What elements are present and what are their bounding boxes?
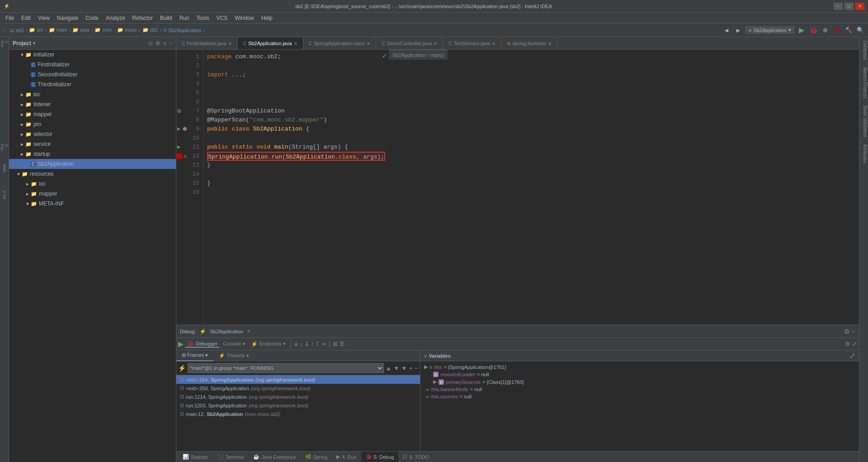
menu-build[interactable]: Build	[156, 13, 176, 23]
tab-springapplication[interactable]: C SpringApplication.class ✕	[303, 37, 377, 49]
debug-tab-console[interactable]: Console ▾	[221, 341, 247, 347]
tree-item-sb2application[interactable]: C Sb2Application	[9, 159, 176, 169]
tab-testservice[interactable]: C TestService.java ✕	[443, 37, 501, 49]
breadcrumb-application[interactable]: © Sb2Application	[163, 28, 202, 33]
thread-up-btn[interactable]: ▲	[386, 365, 392, 372]
thread-down-btn[interactable]: ▼	[393, 365, 399, 372]
project-settings-icon[interactable]: ≡	[163, 40, 166, 47]
menu-edit[interactable]: Edit	[18, 13, 34, 23]
left-icon-structure[interactable]: Z-Str	[0, 182, 9, 209]
debug-resume-btn[interactable]: ▶	[178, 340, 184, 348]
tab-sb2application[interactable]: C Sb2Application.java ✕	[238, 37, 303, 49]
var-item-resourceloader[interactable]: p resourceLoader = null	[420, 371, 859, 378]
tab-close-testservice[interactable]: ✕	[492, 41, 495, 46]
thread-remove-btn[interactable]: −	[415, 364, 418, 372]
breadcrumb-sb2-pkg[interactable]: 📁 sb2	[142, 27, 158, 33]
menu-vcs[interactable]: VCS	[213, 13, 231, 23]
run-config-selector[interactable]: ● Sb2Application ▾	[745, 26, 795, 34]
coverage-button[interactable]: ⊕	[820, 25, 830, 35]
thread-dropdown[interactable]: *main*@1 in group *main*: RUNNING	[188, 363, 384, 373]
tab-close-springapplication[interactable]: ✕	[367, 41, 370, 46]
var-expand-icon[interactable]: ▶	[424, 364, 428, 370]
menu-code[interactable]: Code	[82, 13, 102, 23]
right-icon-maven[interactable]: Maven Projects	[859, 64, 868, 102]
run-gutter-icon2[interactable]: ▶	[177, 143, 180, 152]
breadcrumb-sb2[interactable]: 🗂 sb2	[9, 28, 24, 33]
debug-button[interactable]: 🐞	[808, 25, 818, 35]
code-text-area[interactable]: package com.mooc.sb2; import ...; @Sprin…	[203, 50, 389, 325]
debug-settings2-btn[interactable]: ⚙	[845, 341, 850, 347]
build-button[interactable]: 🔨	[844, 25, 854, 35]
bottom-tab-spring[interactable]: 🌿 Spring	[301, 452, 332, 462]
debug-tab-debugger[interactable]: 🐞 Debugger	[185, 341, 219, 348]
frames-tab[interactable]: ⊞ Frames ▾	[176, 350, 213, 361]
project-sync-icon[interactable]: ⊙	[148, 40, 153, 47]
thread-add-btn[interactable]: +	[409, 364, 413, 372]
menu-tools[interactable]: Tools	[193, 13, 213, 23]
breakpoint-icon[interactable]	[176, 153, 183, 159]
tab-firstinitializer[interactable]: C FirstInitializer.java ✕	[176, 37, 238, 49]
menu-file[interactable]: File	[2, 13, 18, 23]
menu-view[interactable]: View	[34, 13, 53, 23]
menu-refactor[interactable]: Refactor	[129, 13, 156, 23]
tree-item-pro[interactable]: ► 📁 pro	[9, 119, 176, 129]
breadcrumb-mooc[interactable]: 📁 mooc	[117, 27, 137, 33]
menu-window[interactable]: Window	[231, 13, 258, 23]
menu-navigate[interactable]: Navigate	[53, 13, 82, 23]
bottom-tab-todo[interactable]: ☑ 6: TODO	[398, 452, 434, 462]
tab-close-democontroller[interactable]: ✕	[434, 41, 437, 46]
bottom-tab-terminal[interactable]: ⬛ Terminal	[213, 452, 249, 462]
code-editor[interactable]: 1 2 3 4 5 6 ⚙ 7 8 ▶ ⬟ 9 10	[176, 50, 859, 325]
tree-item-firstinitializer[interactable]: C FirstInitializer	[9, 60, 176, 70]
tree-item-selector[interactable]: ► 📁 selector	[9, 129, 176, 139]
stop-button[interactable]: ■	[832, 25, 842, 35]
menu-analyze[interactable]: Analyze	[102, 13, 129, 23]
breadcrumb-src[interactable]: 📁 src	[29, 27, 43, 33]
var-item-bannermode[interactable]: ∞ this.bannerMode = null	[420, 386, 859, 393]
var-item-this[interactable]: ▶ ≡ this = {SpringApplication@1761}	[420, 363, 859, 371]
project-collapse-icon[interactable]: −	[169, 40, 172, 47]
stack-frame-0[interactable]: ⊡ <init>:264, SpringApplication (org.spr…	[176, 375, 420, 384]
frames-btn[interactable]: ⊞	[333, 341, 338, 347]
tree-item-resources[interactable]: ▼ 📁 resources	[9, 169, 176, 179]
tree-item-startup[interactable]: ► 📁 startup	[9, 149, 176, 159]
right-icon-database[interactable]: Database	[859, 37, 868, 64]
stack-frame-1[interactable]: ⊡ <init>:250, SpringApplication (org.spr…	[176, 384, 420, 392]
maximize-button[interactable]: □	[844, 3, 854, 10]
step-into-btn[interactable]: ↓	[300, 341, 303, 347]
bottom-tab-java-enterprise[interactable]: ☕ Java Enterprise	[249, 452, 300, 462]
left-icon-web[interactable]: Web	[0, 154, 9, 182]
bottom-tab-run[interactable]: ▶ 4: Run	[332, 452, 361, 462]
debug-maximize-btn[interactable]: ⤢	[852, 341, 857, 347]
var-primarysources-expand[interactable]: ▶	[433, 379, 437, 385]
debug-gutter-icon[interactable]: ⬟	[183, 125, 187, 134]
close-button[interactable]: ✕	[855, 3, 864, 10]
debug-tab-endpoints[interactable]: ⚡ Endpoints ▾	[249, 341, 288, 347]
tab-springfactories[interactable]: ⚙ spring.factories ✕	[501, 37, 558, 49]
threads-tab[interactable]: ⚡ Threads ▾	[213, 350, 254, 361]
tree-item-listener[interactable]: ► 📁 listener	[9, 99, 176, 109]
debug-minimize-btn[interactable]: −	[852, 328, 855, 335]
step-over-btn[interactable]: ≡	[294, 341, 298, 348]
var-item-primarysources[interactable]: ▶ p primarySources = {Class[1]@1760}	[420, 378, 859, 386]
debug-settings-btn[interactable]: ⚙	[844, 328, 850, 335]
var-item-sources[interactable]: ∞ this.sources = null	[420, 393, 859, 400]
left-icon-fav[interactable]: 2:Fav	[0, 141, 9, 154]
tree-item-service[interactable]: ► 📁 service	[9, 139, 176, 149]
tree-item-ioc2[interactable]: ► 📁 ioc	[9, 179, 176, 189]
breadcrumb-com[interactable]: 📁 com	[94, 27, 112, 33]
project-gear-icon[interactable]: ⚙	[156, 40, 160, 47]
nav-fwd-button[interactable]: ►	[733, 25, 743, 35]
variables-expand-btn[interactable]: ⤢	[849, 351, 855, 360]
tab-close-firstinitializer[interactable]: ✕	[228, 41, 232, 46]
tab-democontroller[interactable]: C DemoController.java ✕	[376, 37, 443, 49]
tab-close-sb2application[interactable]: ✕	[294, 41, 297, 46]
search-everywhere-button[interactable]: 🔍	[855, 25, 865, 35]
tree-item-ioc[interactable]: ► 📁 ioc	[9, 89, 176, 99]
breadcrumb-java[interactable]: 📁 java	[72, 27, 89, 33]
thread-filter-btn[interactable]: ▼	[401, 365, 407, 372]
run-to-cursor-btn[interactable]: ⤴	[316, 341, 319, 347]
tree-item-secondinitializer[interactable]: C SecondInitializer	[9, 70, 176, 79]
tree-item-thirdinitializer[interactable]: C ThirdInitializer	[9, 79, 176, 89]
step-out-btn[interactable]: ↑	[311, 341, 314, 347]
